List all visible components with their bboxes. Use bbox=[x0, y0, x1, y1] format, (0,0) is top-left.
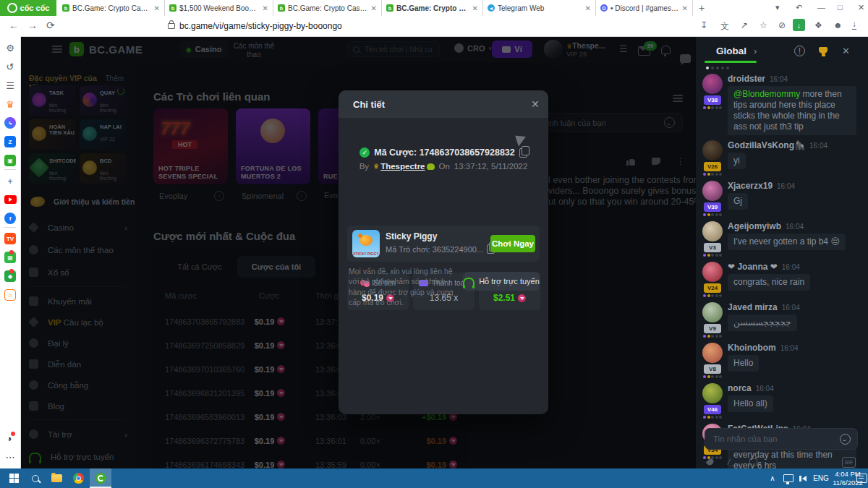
rail-more-icon[interactable]: ⋯ bbox=[0, 450, 20, 464]
trophy-icon[interactable] bbox=[819, 47, 827, 53]
settings-gear-icon[interactable]: ⚙ bbox=[0, 40, 20, 55]
coccoc-brand[interactable]: cốc cốc bbox=[0, 0, 56, 16]
chat-username[interactable]: droidster bbox=[728, 74, 765, 84]
messenger-icon[interactable]: ϟ bbox=[0, 116, 20, 130]
close-tab-icon[interactable]: ✕ bbox=[585, 4, 591, 12]
tab-search-icon[interactable]: ▾ bbox=[775, 3, 780, 12]
slash-commands-icon[interactable]: /_ bbox=[728, 457, 735, 467]
close-chat-icon[interactable]: ✕ bbox=[842, 46, 850, 56]
chat-input-box[interactable] bbox=[705, 428, 858, 450]
plugin-icon[interactable] bbox=[749, 458, 757, 466]
close-tab-icon[interactable]: ✕ bbox=[472, 4, 478, 12]
chat-username[interactable]: norca bbox=[728, 383, 752, 393]
avatar[interactable] bbox=[702, 140, 723, 160]
mention[interactable]: @Blondemommy bbox=[733, 89, 800, 99]
avatar[interactable] bbox=[702, 262, 723, 282]
rain-icon[interactable] bbox=[706, 458, 715, 467]
live-support-button[interactable]: Hỗ trợ trực tuyến bbox=[463, 272, 540, 291]
share-icon[interactable] bbox=[515, 132, 528, 147]
taskbar-search-icon[interactable] bbox=[26, 468, 45, 488]
tray-expand-icon[interactable]: ∧ bbox=[765, 468, 780, 488]
share-icon[interactable]: ↗ bbox=[741, 20, 748, 30]
add-shortcut-icon[interactable]: + bbox=[0, 174, 20, 188]
action-center-icon[interactable] bbox=[855, 468, 868, 488]
chrome-icon[interactable] bbox=[68, 468, 88, 488]
chat-username[interactable]: ❤ Joanna ❤ bbox=[728, 262, 778, 272]
chat-toolbar: /_ bbox=[707, 457, 757, 467]
reading-list-icon[interactable]: ☰ bbox=[0, 78, 20, 93]
chat-username[interactable]: Javed mirza bbox=[728, 302, 778, 312]
youtube-icon[interactable] bbox=[0, 192, 20, 207]
chat-room[interactable]: Global bbox=[716, 46, 746, 56]
room-pager-dots[interactable] bbox=[706, 67, 729, 69]
translate-icon[interactable]: 文 bbox=[720, 20, 729, 33]
new-tab-button[interactable]: + bbox=[699, 2, 705, 14]
file-explorer-icon[interactable] bbox=[46, 468, 67, 488]
chat-username[interactable]: GodzillaVsKong🦍 bbox=[728, 140, 805, 150]
reload-icon[interactable]: ⟳ bbox=[46, 20, 55, 31]
download-manager-icon[interactable]: ↓ bbox=[793, 19, 805, 31]
close-tab-icon[interactable]: ✕ bbox=[263, 4, 268, 12]
game-thumbnail[interactable]: STICKY PIGGY bbox=[352, 230, 380, 257]
forward-icon[interactable]: → bbox=[27, 20, 38, 31]
close-tab-icon[interactable]: ✕ bbox=[371, 4, 377, 12]
play-now-button[interactable]: Chơi Ngay bbox=[490, 235, 535, 252]
close-icon[interactable]: ✕ bbox=[531, 98, 540, 110]
browser-tab[interactable]: b $1,500 Weekend Booongo M✕ bbox=[165, 0, 273, 16]
avatar[interactable] bbox=[702, 383, 723, 403]
browser-tab[interactable]: ◄ Telegram Web✕ bbox=[483, 0, 596, 16]
avatar[interactable] bbox=[702, 221, 723, 241]
close-tab-icon[interactable]: ✕ bbox=[154, 4, 160, 12]
gift-app-icon[interactable]: ▦ bbox=[0, 250, 20, 265]
maximize-icon[interactable]: □ bbox=[838, 3, 843, 12]
chat-input[interactable] bbox=[712, 434, 840, 444]
lock-icon[interactable] bbox=[168, 23, 175, 29]
tv360-icon[interactable]: TV bbox=[0, 231, 20, 246]
extensions-icon[interactable]: ❖ bbox=[814, 20, 822, 30]
downloads-tray-icon[interactable]: ↓ bbox=[852, 20, 856, 30]
copy-icon[interactable] bbox=[519, 148, 527, 158]
profile-icon[interactable]: ☻ bbox=[833, 20, 843, 30]
chevron-right-icon[interactable]: › bbox=[754, 46, 757, 56]
frog-icon bbox=[427, 163, 435, 170]
address-bar[interactable]: bc.game/vi/game/sticky-piggy-by-booongo bbox=[179, 21, 342, 31]
network-icon[interactable] bbox=[781, 468, 796, 488]
coccoc-taskbar-icon[interactable] bbox=[90, 468, 111, 488]
save-page-icon[interactable]: ↧ bbox=[700, 20, 707, 30]
close-tab-icon[interactable]: ✕ bbox=[682, 4, 688, 12]
reopen-tab-icon[interactable]: ↶ bbox=[796, 3, 802, 12]
zalo-icon[interactable]: Z bbox=[0, 134, 20, 149]
player-name[interactable]: Thespectre bbox=[380, 162, 425, 171]
avatar[interactable] bbox=[702, 181, 723, 201]
avatar[interactable] bbox=[702, 302, 723, 322]
rail-bell-icon[interactable]: ◗ bbox=[0, 431, 20, 445]
games-icon[interactable]: ▣ bbox=[0, 153, 20, 168]
avatar[interactable] bbox=[702, 74, 723, 94]
cart-app-icon[interactable]: ⌂ bbox=[0, 288, 20, 302]
browser-tab[interactable]: b BC.Game: Crypto Casino Gam✕ bbox=[273, 0, 382, 16]
back-icon[interactable]: ← bbox=[9, 20, 19, 31]
edu-app-icon[interactable]: ◆ bbox=[0, 269, 20, 283]
chat-text: Gj bbox=[733, 196, 742, 206]
coccoc-newtab-icon[interactable]: ♛ bbox=[0, 97, 20, 111]
history-icon[interactable]: ↺ bbox=[0, 59, 20, 74]
avatar[interactable] bbox=[702, 343, 723, 363]
window-close-icon[interactable]: ✕ bbox=[858, 3, 864, 12]
gif-icon[interactable]: GIF bbox=[842, 457, 856, 468]
minimize-icon[interactable]: — bbox=[817, 3, 825, 12]
facebook-icon[interactable]: f bbox=[0, 211, 20, 226]
adblock-shield-icon[interactable]: ⊘ bbox=[778, 20, 786, 30]
chat-username[interactable]: Khoinobom bbox=[728, 343, 776, 353]
emoji-icon[interactable] bbox=[840, 434, 851, 445]
rules-icon[interactable]: ! bbox=[794, 46, 805, 56]
language-indicator[interactable]: ENG bbox=[812, 468, 830, 488]
browser-tab[interactable]: b BC.Game: Crypto Casino Gam✕ bbox=[58, 0, 165, 16]
browser-tab-active[interactable]: b BC.Game: Crypto Casino Ga✕ bbox=[382, 0, 483, 16]
chat-username[interactable]: Xjacerzx19 bbox=[728, 181, 773, 191]
start-button[interactable] bbox=[4, 468, 23, 488]
volume-icon[interactable] bbox=[797, 468, 812, 488]
chat-username[interactable]: Ageijomyiwb bbox=[728, 221, 781, 231]
browser-tab[interactable]: D • Discord | #games | BC G✕ bbox=[596, 0, 693, 16]
bookmark-star-icon[interactable]: ☆ bbox=[760, 20, 767, 30]
headset-icon bbox=[463, 278, 475, 286]
